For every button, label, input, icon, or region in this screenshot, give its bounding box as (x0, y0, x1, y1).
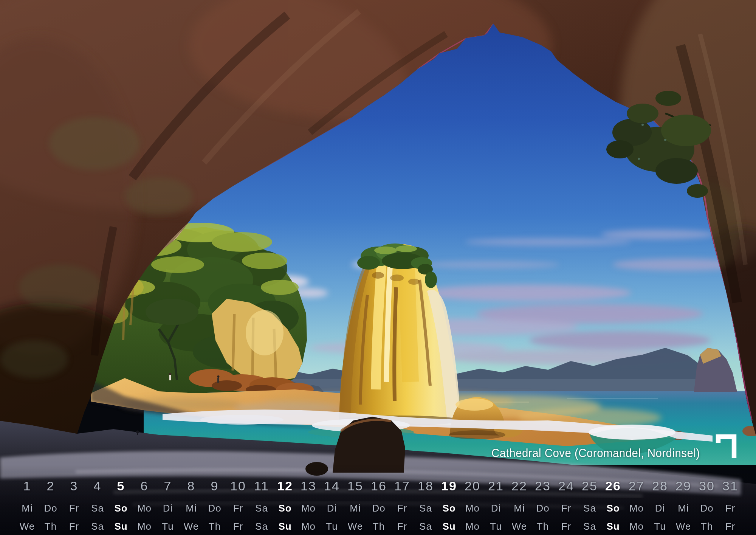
calendar-page: Cathedral Cove (Coromandel, Nordinsel) 1… (0, 0, 756, 535)
weekday-german: Di (648, 502, 672, 514)
day-number: 26 (601, 477, 625, 495)
calendar-day: 24FrFr (555, 477, 578, 532)
calendar-day: 6MoMo (133, 477, 156, 532)
weekday-german: Sa (250, 502, 273, 514)
calendar-day: 22MiWe (508, 477, 531, 532)
weekday-german: So (601, 502, 625, 514)
calendar-day: 17FrFr (390, 477, 414, 532)
day-number: 27 (625, 477, 648, 495)
weekday-german: Do (203, 502, 226, 514)
weekday-german: Di (484, 502, 508, 514)
day-number: 6 (133, 477, 156, 495)
weekday-german: Sa (414, 502, 437, 514)
weekday-german: Fr (226, 502, 250, 514)
weekday-english: Th (39, 521, 62, 532)
weekday-german: Di (156, 502, 180, 514)
calendar-day: 10FrFr (226, 477, 250, 532)
day-number: 5 (109, 477, 133, 495)
calendar-day: 4SaSa (86, 477, 109, 532)
weekday-english: Su (601, 521, 625, 532)
weekday-german: So (273, 502, 297, 514)
calendar-day: 14DiTu (320, 477, 344, 532)
calendar-day: 23DoTh (531, 477, 555, 532)
calendar-day: 1MiWe (15, 477, 39, 532)
day-number: 3 (62, 477, 86, 495)
day-number: 28 (648, 477, 672, 495)
calendar-day: 9DoTh (203, 477, 226, 532)
weekday-english: We (344, 521, 367, 532)
day-number: 12 (273, 477, 297, 495)
day-number: 9 (203, 477, 226, 495)
weekday-english: Sa (250, 521, 273, 532)
weekday-english: We (508, 521, 531, 532)
weekday-german: Mi (15, 502, 39, 514)
day-number: 16 (367, 477, 390, 495)
day-number: 31 (719, 477, 742, 495)
weekday-english: Tu (484, 521, 508, 532)
weekday-english: We (672, 521, 695, 532)
day-number: 14 (320, 477, 344, 495)
day-number: 22 (508, 477, 531, 495)
weekday-english: Tu (156, 521, 180, 532)
weekday-english: Mo (625, 521, 648, 532)
day-number: 24 (555, 477, 578, 495)
calendar-strip: 1MiWe2DoTh3FrFr4SaSa5SoSu6MoMo7DiTu8MiWe… (15, 477, 742, 532)
calendar-day: 2DoTh (39, 477, 62, 532)
calendar-day: 25SaSa (578, 477, 601, 532)
day-number: 15 (344, 477, 367, 495)
day-number: 25 (578, 477, 601, 495)
calendar-day-sunday: 12SoSu (273, 477, 297, 532)
month-number (716, 433, 737, 461)
weekday-english: Mo (133, 521, 156, 532)
day-number: 17 (390, 477, 414, 495)
weekday-english: Fr (719, 521, 742, 532)
weekday-english: Sa (414, 521, 437, 532)
weekday-english: Fr (555, 521, 578, 532)
day-number: 2 (39, 477, 62, 495)
weekday-english: Tu (320, 521, 344, 532)
weekday-english: Fr (62, 521, 86, 532)
calendar-day-sunday: 19SoSu (437, 477, 461, 532)
day-number: 10 (226, 477, 250, 495)
weekday-english: Sa (86, 521, 109, 532)
day-number: 7 (156, 477, 180, 495)
day-number: 11 (250, 477, 273, 495)
calendar-day: 28DiTu (648, 477, 672, 532)
weekday-german: Di (320, 502, 344, 514)
weekday-german: Mi (508, 502, 531, 514)
weekday-english: Sa (578, 521, 601, 532)
calendar-day-sunday: 5SoSu (109, 477, 133, 532)
calendar-day: 16DoTh (367, 477, 390, 532)
calendar-day: 7DiTu (156, 477, 180, 532)
weekday-german: Do (39, 502, 62, 514)
weekday-german: So (109, 502, 133, 514)
weekday-german: Mi (180, 502, 203, 514)
calendar-day: 11SaSa (250, 477, 273, 532)
weekday-english: Tu (648, 521, 672, 532)
weekday-german: Mo (461, 502, 484, 514)
calendar-day: 18SaSa (414, 477, 437, 532)
day-number: 1 (15, 477, 39, 495)
weekday-german: Fr (555, 502, 578, 514)
day-number: 18 (414, 477, 437, 495)
day-number: 30 (695, 477, 719, 495)
weekday-german: Fr (719, 502, 742, 514)
day-number: 19 (437, 477, 461, 495)
weekday-english: Th (531, 521, 555, 532)
day-number: 21 (484, 477, 508, 495)
calendar-day: 13MoMo (297, 477, 320, 532)
weekday-german: Sa (86, 502, 109, 514)
day-number: 4 (86, 477, 109, 495)
weekday-english: Th (203, 521, 226, 532)
calendar-day-sunday: 26SoSu (601, 477, 625, 532)
weekday-english: Th (367, 521, 390, 532)
calendar-day: 15MiWe (344, 477, 367, 532)
weekday-german: Do (367, 502, 390, 514)
calendar-day: 27MoMo (625, 477, 648, 532)
month-number-glyph (718, 437, 734, 458)
calendar-day: 3FrFr (62, 477, 86, 532)
weekday-english: Mo (461, 521, 484, 532)
weekday-english: We (15, 521, 39, 532)
weekday-english: Fr (390, 521, 414, 532)
day-number: 29 (672, 477, 695, 495)
